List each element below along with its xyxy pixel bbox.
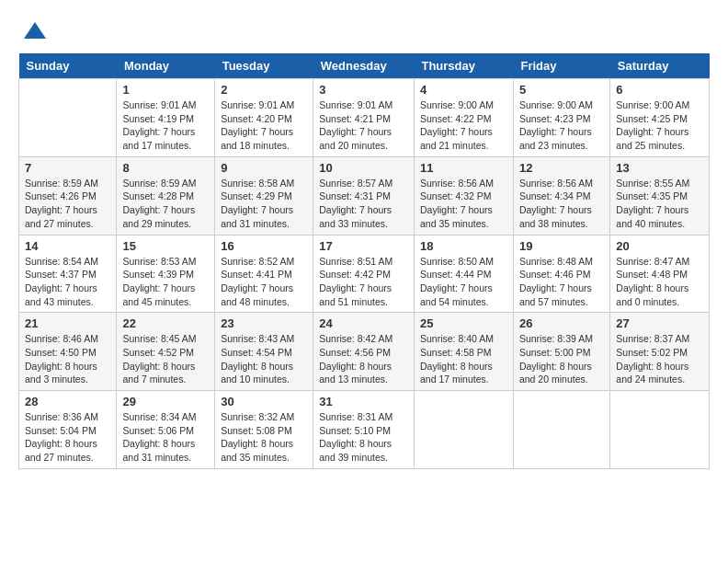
day-info: Sunrise: 9:00 AMSunset: 4:22 PMDaylight:…	[420, 98, 507, 153]
day-number: 1	[122, 83, 209, 97]
day-number: 24	[319, 316, 408, 330]
day-cell: 27Sunrise: 8:37 AMSunset: 5:02 PMDayligh…	[610, 313, 710, 391]
week-row-5: 28Sunrise: 8:36 AMSunset: 5:04 PMDayligh…	[19, 391, 710, 469]
day-cell: 29Sunrise: 8:34 AMSunset: 5:06 PMDayligh…	[117, 391, 215, 469]
day-info: Sunrise: 8:57 AMSunset: 4:31 PMDaylight:…	[319, 177, 408, 231]
day-info: Sunrise: 9:00 AMSunset: 4:23 PMDaylight:…	[519, 98, 604, 153]
day-cell: 18Sunrise: 8:50 AMSunset: 4:44 PMDayligh…	[414, 235, 513, 313]
day-cell: 31Sunrise: 8:31 AMSunset: 5:10 PMDayligh…	[313, 391, 415, 469]
day-info: Sunrise: 8:52 AMSunset: 4:41 PMDaylight:…	[221, 255, 307, 309]
logo-icon	[22, 18, 48, 44]
day-info: Sunrise: 8:59 AMSunset: 4:28 PMDaylight:…	[122, 177, 209, 231]
day-number: 26	[519, 316, 604, 330]
day-number: 15	[122, 239, 209, 253]
day-info: Sunrise: 8:32 AMSunset: 5:08 PMDaylight:…	[221, 410, 307, 465]
day-cell: 8Sunrise: 8:59 AMSunset: 4:28 PMDaylight…	[117, 156, 215, 235]
day-number: 27	[616, 316, 703, 330]
day-info: Sunrise: 8:45 AMSunset: 4:52 PMDaylight:…	[122, 332, 209, 386]
day-number: 5	[519, 83, 604, 97]
day-cell: 11Sunrise: 8:56 AMSunset: 4:32 PMDayligh…	[414, 156, 513, 235]
day-info: Sunrise: 8:54 AMSunset: 4:37 PMDaylight:…	[25, 255, 110, 309]
day-info: Sunrise: 8:50 AMSunset: 4:44 PMDaylight:…	[420, 255, 507, 309]
day-cell	[414, 391, 513, 469]
day-cell: 6Sunrise: 9:00 AMSunset: 4:25 PMDaylight…	[610, 79, 710, 157]
calendar-table: SundayMondayTuesdayWednesdayThursdayFrid…	[18, 53, 710, 469]
day-number: 22	[122, 316, 209, 330]
day-cell: 25Sunrise: 8:40 AMSunset: 4:58 PMDayligh…	[414, 313, 513, 391]
day-number: 28	[25, 395, 110, 408]
day-info: Sunrise: 8:56 AMSunset: 4:32 PMDaylight:…	[420, 177, 507, 231]
day-cell: 22Sunrise: 8:45 AMSunset: 4:52 PMDayligh…	[117, 313, 215, 391]
day-number: 21	[25, 316, 110, 330]
day-info: Sunrise: 9:01 AMSunset: 4:20 PMDaylight:…	[221, 98, 307, 153]
day-number: 17	[319, 239, 408, 253]
day-cell	[19, 79, 117, 157]
day-info: Sunrise: 8:46 AMSunset: 4:50 PMDaylight:…	[25, 332, 110, 386]
day-cell: 5Sunrise: 9:00 AMSunset: 4:23 PMDaylight…	[513, 79, 609, 157]
day-info: Sunrise: 8:43 AMSunset: 4:54 PMDaylight:…	[221, 332, 307, 386]
column-header-friday: Friday	[513, 53, 609, 79]
column-header-wednesday: Wednesday	[313, 53, 415, 79]
day-number: 13	[616, 161, 703, 175]
day-number: 19	[519, 239, 604, 253]
day-info: Sunrise: 8:39 AMSunset: 5:00 PMDaylight:…	[519, 332, 604, 386]
day-cell	[513, 391, 609, 469]
day-number: 14	[25, 239, 110, 253]
day-number: 10	[319, 161, 408, 175]
day-number: 4	[420, 83, 507, 97]
day-cell: 10Sunrise: 8:57 AMSunset: 4:31 PMDayligh…	[313, 156, 415, 235]
column-header-thursday: Thursday	[414, 53, 513, 79]
day-cell: 24Sunrise: 8:42 AMSunset: 4:56 PMDayligh…	[313, 313, 415, 391]
day-cell: 4Sunrise: 9:00 AMSunset: 4:22 PMDaylight…	[414, 79, 513, 157]
day-info: Sunrise: 8:37 AMSunset: 5:02 PMDaylight:…	[616, 332, 703, 386]
day-number: 2	[221, 83, 307, 97]
day-info: Sunrise: 9:01 AMSunset: 4:21 PMDaylight:…	[319, 98, 408, 153]
day-info: Sunrise: 8:36 AMSunset: 5:04 PMDaylight:…	[25, 410, 110, 465]
day-cell: 12Sunrise: 8:56 AMSunset: 4:34 PMDayligh…	[513, 156, 609, 235]
day-info: Sunrise: 8:58 AMSunset: 4:29 PMDaylight:…	[221, 177, 307, 231]
day-info: Sunrise: 8:56 AMSunset: 4:34 PMDaylight:…	[519, 177, 604, 231]
day-cell: 13Sunrise: 8:55 AMSunset: 4:35 PMDayligh…	[610, 156, 710, 235]
day-number: 12	[519, 161, 604, 175]
day-cell: 23Sunrise: 8:43 AMSunset: 4:54 PMDayligh…	[215, 313, 313, 391]
day-info: Sunrise: 8:59 AMSunset: 4:26 PMDaylight:…	[25, 177, 110, 231]
day-info: Sunrise: 9:01 AMSunset: 4:19 PMDaylight:…	[122, 98, 209, 153]
svg-marker-0	[24, 22, 46, 39]
week-row-4: 21Sunrise: 8:46 AMSunset: 4:50 PMDayligh…	[19, 313, 710, 391]
logo	[18, 18, 48, 44]
day-number: 16	[221, 239, 307, 253]
day-cell: 16Sunrise: 8:52 AMSunset: 4:41 PMDayligh…	[215, 235, 313, 313]
day-cell: 20Sunrise: 8:47 AMSunset: 4:48 PMDayligh…	[610, 235, 710, 313]
day-number: 30	[221, 395, 307, 408]
day-info: Sunrise: 9:00 AMSunset: 4:25 PMDaylight:…	[616, 98, 703, 153]
day-cell: 9Sunrise: 8:58 AMSunset: 4:29 PMDaylight…	[215, 156, 313, 235]
day-number: 31	[319, 395, 408, 408]
day-cell: 2Sunrise: 9:01 AMSunset: 4:20 PMDaylight…	[215, 79, 313, 157]
day-cell: 14Sunrise: 8:54 AMSunset: 4:37 PMDayligh…	[19, 235, 117, 313]
day-cell: 19Sunrise: 8:48 AMSunset: 4:46 PMDayligh…	[513, 235, 609, 313]
day-info: Sunrise: 8:31 AMSunset: 5:10 PMDaylight:…	[319, 410, 408, 465]
day-cell	[610, 391, 710, 469]
day-info: Sunrise: 8:48 AMSunset: 4:46 PMDaylight:…	[519, 255, 604, 309]
day-cell: 17Sunrise: 8:51 AMSunset: 4:42 PMDayligh…	[313, 235, 415, 313]
day-number: 18	[420, 239, 507, 253]
day-cell: 7Sunrise: 8:59 AMSunset: 4:26 PMDaylight…	[19, 156, 117, 235]
column-header-sunday: Sunday	[19, 53, 117, 79]
column-header-tuesday: Tuesday	[215, 53, 313, 79]
day-number: 7	[25, 161, 110, 175]
page-header	[18, 18, 710, 44]
day-number: 8	[122, 161, 209, 175]
header-row: SundayMondayTuesdayWednesdayThursdayFrid…	[19, 53, 710, 79]
day-info: Sunrise: 8:55 AMSunset: 4:35 PMDaylight:…	[616, 177, 703, 231]
day-number: 20	[616, 239, 703, 253]
day-info: Sunrise: 8:47 AMSunset: 4:48 PMDaylight:…	[616, 255, 703, 309]
week-row-2: 7Sunrise: 8:59 AMSunset: 4:26 PMDaylight…	[19, 156, 710, 235]
column-header-monday: Monday	[117, 53, 215, 79]
day-cell: 21Sunrise: 8:46 AMSunset: 4:50 PMDayligh…	[19, 313, 117, 391]
day-info: Sunrise: 8:40 AMSunset: 4:58 PMDaylight:…	[420, 332, 507, 386]
week-row-1: 1Sunrise: 9:01 AMSunset: 4:19 PMDaylight…	[19, 79, 710, 157]
day-number: 29	[122, 395, 209, 408]
day-info: Sunrise: 8:42 AMSunset: 4:56 PMDaylight:…	[319, 332, 408, 386]
day-number: 25	[420, 316, 507, 330]
day-number: 9	[221, 161, 307, 175]
